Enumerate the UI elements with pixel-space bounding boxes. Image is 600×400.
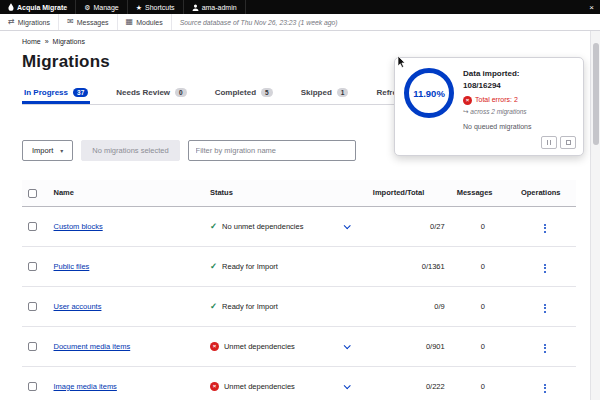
status-text: Unmet dependencies (224, 382, 295, 391)
import-button[interactable]: Import ▾ (22, 140, 73, 161)
scrollbar-thumb[interactable] (593, 43, 599, 145)
progress-card-info: Data imported: 108/16294 × Total errors:… (463, 68, 532, 133)
table-row: Image media items×Unmet dependencies0/22… (22, 366, 576, 400)
check-icon: ✓ (210, 222, 217, 231)
chevron-down-icon[interactable] (343, 382, 350, 389)
operations-button[interactable] (541, 383, 549, 394)
toolbar-item-shortcuts[interactable]: ★ Shortcuts (128, 0, 184, 14)
migrations-table: Name Status Imported/Total Messages Oper… (22, 180, 576, 400)
row-checkbox[interactable] (28, 222, 37, 231)
stop-queue-button[interactable] (560, 136, 576, 149)
status-text: No unmet dependencies (222, 222, 303, 231)
toolbar-item-user[interactable]: ama-admin (184, 0, 246, 14)
star-icon: ★ (136, 4, 142, 11)
check-icon: ✓ (210, 262, 217, 271)
tab-count-badge: 5 (261, 88, 273, 97)
status-cell: ×Unmet dependencies (210, 382, 361, 391)
tab-count-badge: 1 (337, 88, 349, 97)
header-imported-total: Imported/Total (367, 180, 451, 206)
breadcrumb-current: Migrations (53, 38, 85, 45)
gear-icon: ⚙ (84, 4, 90, 11)
chevron-down-icon[interactable] (343, 222, 350, 229)
imported-total-value: 0/27 (367, 206, 451, 246)
chevron-down-icon[interactable] (343, 342, 350, 349)
messages-label: Messages (77, 19, 109, 26)
status-text: Ready for Import (222, 302, 278, 311)
tab-needs-review[interactable]: Needs Review0 (114, 84, 188, 104)
data-imported-label: Data imported: (463, 68, 532, 80)
tab-in-progress[interactable]: In Progress37 (22, 84, 90, 104)
migration-name-link[interactable]: Document media items (54, 342, 131, 351)
migration-name-link[interactable]: User accounts (54, 302, 102, 311)
messages-count: 0 (451, 366, 515, 400)
header-name: Name (48, 180, 204, 206)
admin-toolbar: Acquia Migrate ⚙ Manage ★ Shortcuts ama-… (0, 0, 600, 14)
status-text: Unmet dependencies (224, 342, 295, 351)
sub-arrow-icon: ↪ (463, 108, 468, 115)
pause-icon (547, 140, 552, 145)
tab-skipped[interactable]: Skipped1 (299, 84, 351, 104)
breadcrumb-home-link[interactable]: Home (22, 38, 41, 45)
chevron-down-icon: ▾ (60, 147, 63, 154)
migration-name-link[interactable]: Image media items (54, 382, 117, 391)
row-checkbox[interactable] (28, 302, 37, 311)
toolbar-item-modules[interactable]: ▦ Modules (118, 14, 172, 30)
status-cell: ✓No unmet dependencies (210, 222, 361, 231)
tab-label: In Progress (24, 88, 68, 97)
import-button-label: Import (32, 146, 53, 155)
secondary-toolbar: ⇄ Migrations ✉ Messages ▦ Modules Source… (0, 14, 600, 31)
table-row: Custom blocks✓No unmet dependencies0/270 (22, 206, 576, 246)
queue-controls (541, 136, 576, 149)
migration-name-link[interactable]: Custom blocks (54, 222, 103, 231)
messages-count: 0 (451, 246, 515, 286)
select-all-checkbox[interactable] (28, 189, 37, 198)
status-cell: ×Unmet dependencies (210, 342, 361, 351)
brand-acquia-migrate[interactable]: Acquia Migrate (0, 0, 76, 14)
header-operations: Operations (515, 180, 576, 206)
envelope-icon: ✉ (67, 18, 74, 26)
errors-detail-text: across 2 migrations (470, 108, 526, 115)
messages-count: 0 (451, 326, 515, 366)
no-migrations-selected-button[interactable]: No migrations selected (81, 140, 179, 161)
row-checkbox[interactable] (28, 382, 37, 391)
progress-donut: 11.90% (404, 68, 454, 118)
tab-completed[interactable]: Completed5 (213, 84, 275, 104)
scrollbar-track[interactable] (590, 31, 600, 400)
operations-button[interactable] (541, 303, 549, 314)
tab-label: Completed (215, 88, 256, 97)
modules-label: Modules (136, 19, 162, 26)
total-errors-label: Total errors: 2 (475, 95, 518, 106)
imported-total-value: 0/1361 (367, 246, 451, 286)
row-checkbox[interactable] (28, 342, 37, 351)
stop-icon (566, 140, 571, 145)
user-icon (192, 4, 199, 11)
table-header-row: Name Status Imported/Total Messages Oper… (22, 180, 576, 206)
error-icon: × (463, 96, 472, 105)
errors-detail-note: ↪ across 2 migrations (463, 107, 532, 117)
breadcrumb: Home » Migrations (22, 38, 576, 45)
messages-count: 0 (451, 206, 515, 246)
imported-total-value: 0/901 (367, 326, 451, 366)
toolbar-item-migrations[interactable]: ⇄ Migrations (0, 14, 59, 30)
row-checkbox[interactable] (28, 262, 37, 271)
tab-count-badge: 37 (73, 88, 88, 97)
toolbar-close-icon[interactable]: × (583, 3, 600, 12)
error-icon: × (210, 342, 219, 351)
filter-input[interactable] (188, 140, 356, 161)
breadcrumb-separator: » (45, 38, 49, 45)
progress-percent: 11.90% (413, 88, 445, 99)
imported-total-value: 0/222 (367, 366, 451, 400)
pause-queue-button[interactable] (541, 136, 557, 149)
data-imported-value: 108/16294 (463, 80, 532, 92)
tab-count-badge: 0 (175, 88, 187, 97)
toolbar-item-manage[interactable]: ⚙ Manage (76, 0, 128, 14)
imported-total-value: 0/9 (367, 286, 451, 326)
header-status: Status (204, 180, 367, 206)
header-messages: Messages (451, 180, 515, 206)
toolbar-item-messages[interactable]: ✉ Messages (59, 14, 118, 30)
operations-button[interactable] (541, 343, 549, 354)
status-cell: ✓Ready for Import (210, 302, 361, 311)
operations-button[interactable] (541, 263, 549, 274)
operations-button[interactable] (541, 223, 549, 234)
migration-name-link[interactable]: Public files (54, 262, 90, 271)
